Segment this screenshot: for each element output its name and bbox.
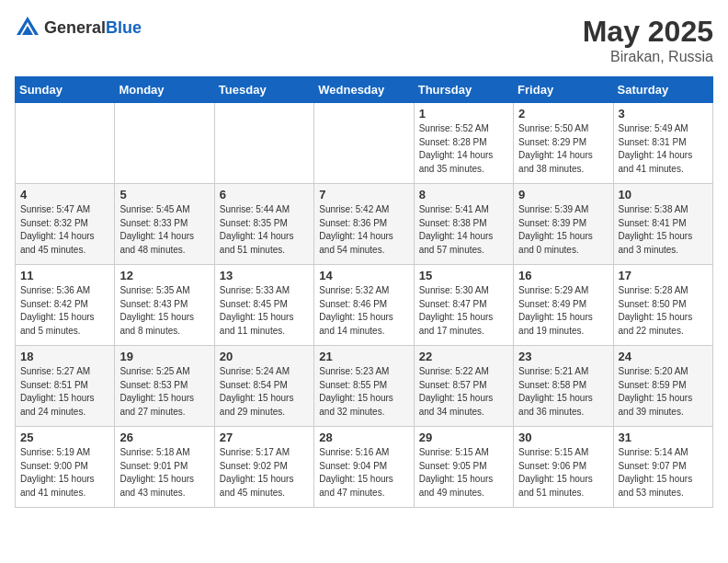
- day-info: Sunrise: 5:50 AMSunset: 8:29 PMDaylight:…: [518, 122, 608, 176]
- day-number: 28: [319, 431, 408, 444]
- weekday-header-saturday: Saturday: [613, 77, 712, 103]
- day-cell: 12Sunrise: 5:35 AMSunset: 8:43 PMDayligh…: [115, 265, 214, 346]
- day-info: Sunrise: 5:25 AMSunset: 8:53 PMDaylight:…: [119, 365, 209, 419]
- day-cell: [115, 103, 214, 184]
- day-cell: 2Sunrise: 5:50 AMSunset: 8:29 PMDaylight…: [514, 103, 613, 184]
- weekday-header-tuesday: Tuesday: [214, 77, 313, 103]
- day-info: Sunrise: 5:27 AMSunset: 8:51 PMDaylight:…: [20, 365, 109, 419]
- calendar-table: SundayMondayTuesdayWednesdayThursdayFrid…: [15, 76, 713, 508]
- day-cell: 25Sunrise: 5:19 AMSunset: 9:00 PMDayligh…: [16, 427, 115, 508]
- day-number: 26: [119, 431, 209, 444]
- day-info: Sunrise: 5:42 AMSunset: 8:36 PMDaylight:…: [319, 203, 408, 257]
- day-info: Sunrise: 5:44 AMSunset: 8:35 PMDaylight:…: [220, 203, 309, 257]
- day-number: 9: [518, 188, 608, 201]
- day-cell: 31Sunrise: 5:14 AMSunset: 9:07 PMDayligh…: [613, 427, 712, 508]
- day-cell: 20Sunrise: 5:24 AMSunset: 8:54 PMDayligh…: [214, 346, 313, 427]
- day-cell: 18Sunrise: 5:27 AMSunset: 8:51 PMDayligh…: [16, 346, 115, 427]
- weekday-header-friday: Friday: [514, 77, 613, 103]
- day-cell: 29Sunrise: 5:15 AMSunset: 9:05 PMDayligh…: [414, 427, 513, 508]
- day-cell: 19Sunrise: 5:25 AMSunset: 8:53 PMDayligh…: [115, 346, 214, 427]
- day-cell: 15Sunrise: 5:30 AMSunset: 8:47 PMDayligh…: [414, 265, 513, 346]
- logo-text-general: General: [44, 18, 106, 37]
- day-info: Sunrise: 5:14 AMSunset: 9:07 PMDaylight:…: [619, 446, 708, 500]
- day-info: Sunrise: 5:18 AMSunset: 9:01 PMDaylight:…: [119, 446, 209, 500]
- day-info: Sunrise: 5:39 AMSunset: 8:39 PMDaylight:…: [518, 203, 608, 257]
- weekday-header-wednesday: Wednesday: [314, 77, 414, 103]
- logo-text-blue: Blue: [106, 18, 142, 37]
- day-cell: 17Sunrise: 5:28 AMSunset: 8:50 PMDayligh…: [613, 265, 712, 346]
- title-block: May 2025 Birakan, Russia: [583, 15, 713, 65]
- day-number: 19: [119, 350, 209, 363]
- day-cell: 27Sunrise: 5:17 AMSunset: 9:02 PMDayligh…: [214, 427, 313, 508]
- day-number: 29: [419, 431, 508, 444]
- day-number: 20: [220, 350, 309, 363]
- day-info: Sunrise: 5:17 AMSunset: 9:02 PMDaylight:…: [220, 446, 309, 500]
- day-cell: [16, 103, 115, 184]
- day-cell: 23Sunrise: 5:21 AMSunset: 8:58 PMDayligh…: [514, 346, 613, 427]
- day-info: Sunrise: 5:24 AMSunset: 8:54 PMDaylight:…: [220, 365, 309, 419]
- weekday-header-thursday: Thursday: [414, 77, 513, 103]
- day-number: 6: [220, 188, 309, 201]
- day-number: 11: [20, 269, 109, 282]
- week-row-1: 1Sunrise: 5:52 AMSunset: 8:28 PMDaylight…: [16, 103, 713, 184]
- day-number: 30: [518, 431, 608, 444]
- day-number: 17: [619, 269, 708, 282]
- day-number: 15: [419, 269, 508, 282]
- day-info: Sunrise: 5:38 AMSunset: 8:41 PMDaylight:…: [619, 203, 708, 257]
- day-info: Sunrise: 5:22 AMSunset: 8:57 PMDaylight:…: [419, 365, 508, 419]
- calendar-title: May 2025: [583, 15, 713, 49]
- day-info: Sunrise: 5:23 AMSunset: 8:55 PMDaylight:…: [319, 365, 408, 419]
- day-info: Sunrise: 5:30 AMSunset: 8:47 PMDaylight:…: [419, 284, 508, 338]
- day-number: 16: [518, 269, 608, 282]
- day-info: Sunrise: 5:35 AMSunset: 8:43 PMDaylight:…: [119, 284, 209, 338]
- page-header: GeneralBlue May 2025 Birakan, Russia: [15, 15, 713, 65]
- day-cell: 26Sunrise: 5:18 AMSunset: 9:01 PMDayligh…: [115, 427, 214, 508]
- day-cell: 22Sunrise: 5:22 AMSunset: 8:57 PMDayligh…: [414, 346, 513, 427]
- day-info: Sunrise: 5:41 AMSunset: 8:38 PMDaylight:…: [419, 203, 508, 257]
- day-info: Sunrise: 5:45 AMSunset: 8:33 PMDaylight:…: [119, 203, 209, 257]
- day-cell: 9Sunrise: 5:39 AMSunset: 8:39 PMDaylight…: [514, 184, 613, 265]
- day-cell: 3Sunrise: 5:49 AMSunset: 8:31 PMDaylight…: [613, 103, 712, 184]
- day-info: Sunrise: 5:32 AMSunset: 8:46 PMDaylight:…: [319, 284, 408, 338]
- day-number: 31: [619, 431, 708, 444]
- day-cell: [214, 103, 313, 184]
- logo-icon: [15, 15, 40, 40]
- week-row-4: 18Sunrise: 5:27 AMSunset: 8:51 PMDayligh…: [16, 346, 713, 427]
- week-row-3: 11Sunrise: 5:36 AMSunset: 8:42 PMDayligh…: [16, 265, 713, 346]
- day-cell: 28Sunrise: 5:16 AMSunset: 9:04 PMDayligh…: [314, 427, 414, 508]
- day-info: Sunrise: 5:33 AMSunset: 8:45 PMDaylight:…: [220, 284, 309, 338]
- week-row-2: 4Sunrise: 5:47 AMSunset: 8:32 PMDaylight…: [16, 184, 713, 265]
- week-row-5: 25Sunrise: 5:19 AMSunset: 9:00 PMDayligh…: [16, 427, 713, 508]
- day-number: 7: [319, 188, 408, 201]
- day-number: 18: [20, 350, 109, 363]
- day-number: 14: [319, 269, 408, 282]
- day-info: Sunrise: 5:36 AMSunset: 8:42 PMDaylight:…: [20, 284, 109, 338]
- day-cell: 8Sunrise: 5:41 AMSunset: 8:38 PMDaylight…: [414, 184, 513, 265]
- day-cell: 7Sunrise: 5:42 AMSunset: 8:36 PMDaylight…: [314, 184, 414, 265]
- day-cell: 11Sunrise: 5:36 AMSunset: 8:42 PMDayligh…: [16, 265, 115, 346]
- day-number: 23: [518, 350, 608, 363]
- day-number: 4: [20, 188, 109, 201]
- day-number: 10: [619, 188, 708, 201]
- logo: GeneralBlue: [15, 15, 142, 40]
- day-cell: 21Sunrise: 5:23 AMSunset: 8:55 PMDayligh…: [314, 346, 414, 427]
- day-info: Sunrise: 5:21 AMSunset: 8:58 PMDaylight:…: [518, 365, 608, 419]
- day-info: Sunrise: 5:29 AMSunset: 8:49 PMDaylight:…: [518, 284, 608, 338]
- day-cell: 5Sunrise: 5:45 AMSunset: 8:33 PMDaylight…: [115, 184, 214, 265]
- day-cell: 4Sunrise: 5:47 AMSunset: 8:32 PMDaylight…: [16, 184, 115, 265]
- day-number: 25: [20, 431, 109, 444]
- weekday-header-sunday: Sunday: [16, 77, 115, 103]
- day-number: 12: [119, 269, 209, 282]
- calendar-location: Birakan, Russia: [583, 49, 713, 65]
- day-number: 3: [619, 107, 708, 121]
- day-cell: 30Sunrise: 5:15 AMSunset: 9:06 PMDayligh…: [514, 427, 613, 508]
- day-cell: 14Sunrise: 5:32 AMSunset: 8:46 PMDayligh…: [314, 265, 414, 346]
- day-cell: [314, 103, 414, 184]
- day-cell: 6Sunrise: 5:44 AMSunset: 8:35 PMDaylight…: [214, 184, 313, 265]
- day-info: Sunrise: 5:20 AMSunset: 8:59 PMDaylight:…: [619, 365, 708, 419]
- day-number: 1: [419, 107, 508, 121]
- day-number: 24: [619, 350, 708, 363]
- day-info: Sunrise: 5:15 AMSunset: 9:05 PMDaylight:…: [419, 446, 508, 500]
- day-number: 2: [518, 107, 608, 121]
- day-info: Sunrise: 5:16 AMSunset: 9:04 PMDaylight:…: [319, 446, 408, 500]
